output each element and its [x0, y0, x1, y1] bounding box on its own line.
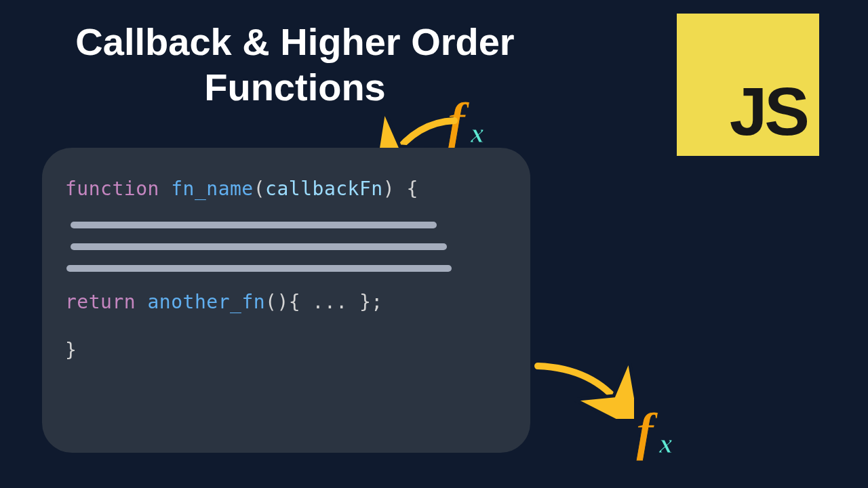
placeholder-line — [71, 222, 437, 228]
keyword-return: return — [65, 291, 136, 313]
code-block: function fn_name(callbackFn) { return an… — [42, 148, 530, 453]
param-name: callbackFn — [265, 178, 383, 200]
fx-symbol-bottom: fx — [636, 401, 654, 462]
code-signature-line: function fn_name(callbackFn) { — [65, 178, 507, 200]
arrow-out-icon — [532, 358, 634, 419]
code-close-brace: } — [65, 339, 507, 361]
js-logo-text: JS — [730, 73, 807, 150]
function-f-icon: fx — [636, 402, 654, 461]
keyword-function: function — [65, 178, 159, 200]
code-return-line: return another_fn(){ ... }; — [65, 291, 507, 313]
function-x-subscript: x — [471, 117, 484, 149]
code-body-placeholder — [71, 222, 507, 272]
placeholder-line — [71, 243, 447, 250]
js-logo: JS — [677, 14, 819, 156]
function-name: fn_name — [171, 178, 254, 200]
returned-function-name: another_fn — [148, 291, 266, 313]
page-title: Callback & Higher Order Functions — [41, 19, 549, 110]
function-x-subscript: x — [659, 428, 673, 460]
placeholder-line — [66, 265, 452, 272]
